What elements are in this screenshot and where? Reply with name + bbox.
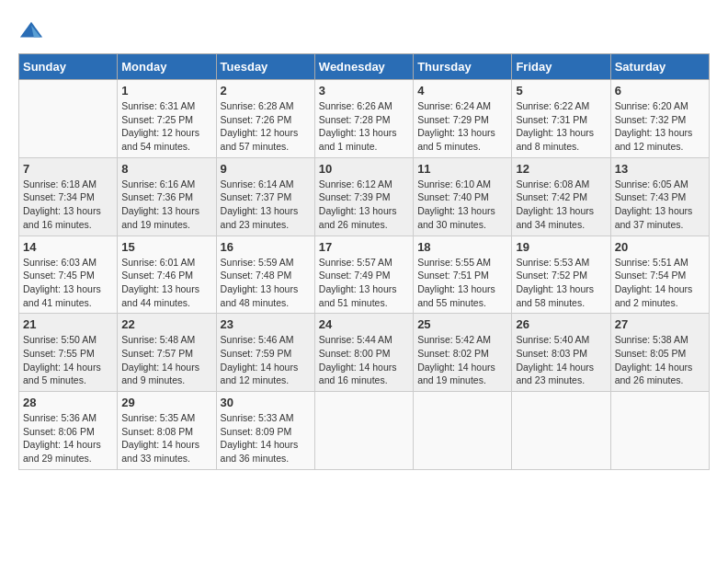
calendar-week-2: 7Sunrise: 6:18 AM Sunset: 7:34 PM Daylig… (19, 157, 710, 236)
day-number: 19 (516, 240, 606, 254)
day-number: 15 (121, 240, 211, 254)
day-number: 14 (23, 240, 113, 254)
header-day-monday: Monday (118, 54, 216, 80)
header-day-thursday: Thursday (414, 54, 512, 80)
day-number: 2 (221, 84, 311, 98)
day-info: Sunrise: 6:24 AM Sunset: 7:29 PM Dayligh… (417, 99, 507, 154)
day-info: Sunrise: 6:03 AM Sunset: 7:45 PM Dayligh… (23, 256, 113, 310)
day-number: 13 (615, 162, 705, 176)
calendar-cell (414, 392, 512, 470)
day-number: 3 (319, 84, 409, 98)
calendar-cell: 15Sunrise: 6:01 AM Sunset: 7:46 PM Dayli… (118, 236, 216, 314)
calendar-cell: 14Sunrise: 6:03 AM Sunset: 7:45 PM Dayli… (19, 236, 118, 314)
logo-icon (18, 18, 44, 44)
day-number: 23 (221, 317, 311, 331)
day-info: Sunrise: 5:36 AM Sunset: 8:06 PM Dayligh… (23, 411, 113, 465)
header-day-tuesday: Tuesday (216, 54, 314, 80)
day-number: 9 (221, 162, 311, 176)
day-number: 7 (23, 162, 113, 176)
calendar-cell (314, 392, 413, 470)
day-number: 20 (615, 240, 705, 254)
day-info: Sunrise: 6:16 AM Sunset: 7:36 PM Dayligh… (121, 178, 211, 232)
day-info: Sunrise: 5:59 AM Sunset: 7:48 PM Dayligh… (221, 256, 311, 310)
day-number: 1 (121, 84, 211, 98)
calendar-cell: 21Sunrise: 5:50 AM Sunset: 7:55 PM Dayli… (19, 314, 118, 392)
header-day-sunday: Sunday (19, 54, 118, 80)
day-info: Sunrise: 6:18 AM Sunset: 7:34 PM Dayligh… (23, 178, 113, 232)
day-info: Sunrise: 6:31 AM Sunset: 7:25 PM Dayligh… (121, 99, 211, 154)
svg-marker-0 (20, 22, 42, 38)
day-number: 24 (319, 317, 409, 331)
calendar-header: SundayMondayTuesdayWednesdayThursdayFrid… (19, 54, 710, 80)
day-number: 5 (516, 84, 606, 98)
day-info: Sunrise: 5:44 AM Sunset: 8:00 PM Dayligh… (319, 333, 409, 387)
day-number: 22 (121, 317, 211, 331)
calendar-cell: 20Sunrise: 5:51 AM Sunset: 7:54 PM Dayli… (610, 236, 709, 314)
header-day-wednesday: Wednesday (314, 54, 413, 80)
day-info: Sunrise: 5:51 AM Sunset: 7:54 PM Dayligh… (615, 256, 705, 310)
day-number: 27 (615, 317, 705, 331)
calendar-cell: 1Sunrise: 6:31 AM Sunset: 7:25 PM Daylig… (118, 80, 216, 158)
day-info: Sunrise: 6:26 AM Sunset: 7:28 PM Dayligh… (319, 99, 409, 154)
day-number: 16 (221, 240, 311, 254)
header-day-saturday: Saturday (610, 54, 709, 80)
calendar-cell: 22Sunrise: 5:48 AM Sunset: 7:57 PM Dayli… (118, 314, 216, 392)
day-info: Sunrise: 5:33 AM Sunset: 8:09 PM Dayligh… (221, 411, 311, 465)
day-info: Sunrise: 5:38 AM Sunset: 8:05 PM Dayligh… (615, 333, 705, 387)
day-number: 11 (417, 162, 507, 176)
calendar-cell: 2Sunrise: 6:28 AM Sunset: 7:26 PM Daylig… (216, 80, 314, 158)
header-day-friday: Friday (512, 54, 610, 80)
day-info: Sunrise: 6:01 AM Sunset: 7:46 PM Dayligh… (121, 256, 211, 310)
day-number: 12 (516, 162, 606, 176)
day-number: 30 (221, 396, 311, 409)
calendar-cell: 26Sunrise: 5:40 AM Sunset: 8:03 PM Dayli… (512, 314, 610, 392)
day-info: Sunrise: 6:22 AM Sunset: 7:31 PM Dayligh… (516, 99, 606, 154)
calendar-body: 1Sunrise: 6:31 AM Sunset: 7:25 PM Daylig… (19, 80, 710, 470)
day-info: Sunrise: 6:10 AM Sunset: 7:40 PM Dayligh… (417, 178, 507, 232)
calendar-cell (512, 392, 610, 470)
day-info: Sunrise: 6:20 AM Sunset: 7:32 PM Dayligh… (615, 99, 705, 154)
calendar-cell: 29Sunrise: 5:35 AM Sunset: 8:08 PM Dayli… (118, 392, 216, 470)
day-info: Sunrise: 5:50 AM Sunset: 7:55 PM Dayligh… (23, 333, 113, 387)
day-info: Sunrise: 6:08 AM Sunset: 7:42 PM Dayligh… (516, 178, 606, 232)
day-number: 21 (23, 317, 113, 331)
day-info: Sunrise: 6:14 AM Sunset: 7:37 PM Dayligh… (221, 178, 311, 232)
day-number: 25 (417, 317, 507, 331)
day-info: Sunrise: 6:12 AM Sunset: 7:39 PM Dayligh… (319, 178, 409, 232)
day-number: 28 (23, 396, 113, 409)
day-info: Sunrise: 5:42 AM Sunset: 8:02 PM Dayligh… (417, 333, 507, 387)
calendar-week-5: 28Sunrise: 5:36 AM Sunset: 8:06 PM Dayli… (19, 392, 710, 470)
calendar-cell: 7Sunrise: 6:18 AM Sunset: 7:34 PM Daylig… (19, 157, 118, 236)
day-info: Sunrise: 5:40 AM Sunset: 8:03 PM Dayligh… (516, 333, 606, 387)
day-info: Sunrise: 5:57 AM Sunset: 7:49 PM Dayligh… (319, 256, 409, 310)
day-info: Sunrise: 5:48 AM Sunset: 7:57 PM Dayligh… (121, 333, 211, 387)
day-info: Sunrise: 5:35 AM Sunset: 8:08 PM Dayligh… (121, 411, 211, 465)
calendar-week-4: 21Sunrise: 5:50 AM Sunset: 7:55 PM Dayli… (19, 314, 710, 392)
calendar-cell: 16Sunrise: 5:59 AM Sunset: 7:48 PM Dayli… (216, 236, 314, 314)
calendar-cell (19, 80, 118, 158)
calendar-cell: 11Sunrise: 6:10 AM Sunset: 7:40 PM Dayli… (414, 157, 512, 236)
day-number: 8 (121, 162, 211, 176)
day-info: Sunrise: 6:05 AM Sunset: 7:43 PM Dayligh… (615, 178, 705, 232)
calendar-cell: 23Sunrise: 5:46 AM Sunset: 7:59 PM Dayli… (216, 314, 314, 392)
day-number: 17 (319, 240, 409, 254)
day-number: 10 (319, 162, 409, 176)
day-info: Sunrise: 5:53 AM Sunset: 7:52 PM Dayligh… (516, 256, 606, 310)
calendar-week-1: 1Sunrise: 6:31 AM Sunset: 7:25 PM Daylig… (19, 80, 710, 158)
calendar-cell: 19Sunrise: 5:53 AM Sunset: 7:52 PM Dayli… (512, 236, 610, 314)
calendar-cell: 5Sunrise: 6:22 AM Sunset: 7:31 PM Daylig… (512, 80, 610, 158)
calendar-cell: 8Sunrise: 6:16 AM Sunset: 7:36 PM Daylig… (118, 157, 216, 236)
header-row: SundayMondayTuesdayWednesdayThursdayFrid… (19, 54, 710, 80)
day-info: Sunrise: 5:55 AM Sunset: 7:51 PM Dayligh… (417, 256, 507, 310)
calendar-cell (610, 392, 709, 470)
day-info: Sunrise: 6:28 AM Sunset: 7:26 PM Dayligh… (221, 99, 311, 154)
page-header (18, 18, 710, 44)
day-number: 18 (417, 240, 507, 254)
day-info: Sunrise: 5:46 AM Sunset: 7:59 PM Dayligh… (221, 333, 311, 387)
calendar-cell: 30Sunrise: 5:33 AM Sunset: 8:09 PM Dayli… (216, 392, 314, 470)
logo (18, 18, 48, 44)
calendar-table: SundayMondayTuesdayWednesdayThursdayFrid… (18, 53, 710, 470)
day-number: 6 (615, 84, 705, 98)
calendar-cell: 12Sunrise: 6:08 AM Sunset: 7:42 PM Dayli… (512, 157, 610, 236)
calendar-cell: 3Sunrise: 6:26 AM Sunset: 7:28 PM Daylig… (314, 80, 413, 158)
